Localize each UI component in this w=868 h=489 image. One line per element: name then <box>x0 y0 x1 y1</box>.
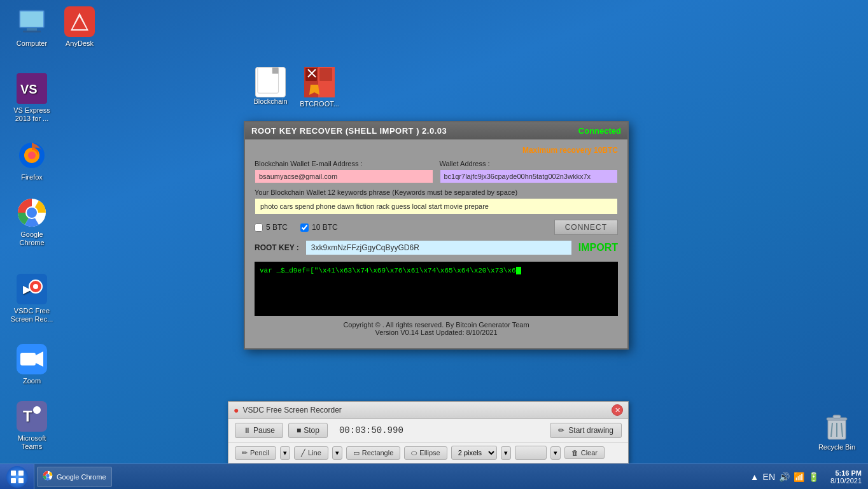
svg-point-24 <box>33 406 41 414</box>
copyright-line1: Copyright © . All rights reserved. By Bi… <box>255 321 618 329</box>
svg-rect-20 <box>20 353 36 365</box>
vsdc-rectangle-icon: ▭ <box>353 449 360 457</box>
vsdc-rectangle-label: Rectangle <box>362 449 394 457</box>
checkbox-5btc-text: 5 BTC <box>266 223 288 232</box>
start-button[interactable] <box>0 464 34 490</box>
taskbar-chrome-label: Google Chrome <box>57 473 106 481</box>
main-app-window: ROOT KEY RECOVER (SHELL IMPORT ) 2.0.03 … <box>244 121 629 350</box>
vsdc-line-dropdown[interactable]: ▾ <box>332 446 342 460</box>
desktop-icon-blockchain[interactable]: Blockchain <box>245 67 296 106</box>
system-clock[interactable]: 5:16 PM 8/10/2021 <box>824 469 868 485</box>
chrome-icon-label: GoogleChrome <box>19 230 44 247</box>
chrome-icon <box>17 197 47 228</box>
connect-button[interactable]: CONNECT <box>554 220 618 235</box>
desktop-icon-chrome[interactable]: GoogleChrome <box>6 197 57 247</box>
desktop-icon-teams[interactable]: T MicrosoftTeams <box>6 401 57 451</box>
checkbox-5btc[interactable] <box>255 223 263 232</box>
email-wallet-row: Blockchain Wallet E-mail Address : Walle… <box>255 160 618 183</box>
tray-arrow-icon[interactable]: ▲ <box>750 472 759 482</box>
vsdc-pencil-dropdown[interactable]: ▾ <box>280 446 290 460</box>
vsdc-timer: 00:03:50.990 <box>333 425 545 436</box>
app-titlebar: ROOT KEY RECOVER (SHELL IMPORT ) 2.0.03 … <box>245 122 627 139</box>
email-group: Blockchain Wallet E-mail Address : <box>255 160 433 183</box>
vsdc-controls: ⏸ Pause ■ Stop 00:03:50.990 ✏ Start draw… <box>228 419 628 443</box>
btcroot-icon-label: BTCROOT... <box>300 100 339 108</box>
svg-point-11 <box>28 152 36 159</box>
checkbox-10btc[interactable] <box>300 223 309 232</box>
vsdc-stop-button[interactable]: ■ Stop <box>288 423 328 438</box>
taskbar: Google Chrome ▲ EN 🔊 📶 🔋 5:16 PM 8/10/20… <box>0 464 868 489</box>
max-recovery-label: Maximum recovery 10BTC <box>255 146 618 155</box>
taskbar-chrome-icon <box>43 471 53 483</box>
desktop-icon-firefox[interactable]: Firefox <box>6 140 57 181</box>
taskbar-items: Google Chrome <box>34 467 745 487</box>
vsdc-clear-label: Clear <box>581 449 598 457</box>
phrase-group: Your Blockchain Wallet 12 keywords phras… <box>255 188 618 215</box>
svg-point-38 <box>6 466 28 488</box>
checkbox-10btc-text: 10 BTC <box>312 223 338 232</box>
vsdc-ellipse-button[interactable]: ⬭ Ellipse <box>404 446 447 460</box>
checkbox-10btc-label[interactable]: 10 BTC <box>300 223 338 232</box>
desktop-icon-vsdc[interactable]: ▶ VSDC FreeScreen Rec... <box>6 274 57 323</box>
svg-point-45 <box>46 474 49 477</box>
root-key-input[interactable] <box>305 240 572 255</box>
phrase-input[interactable] <box>255 198 618 215</box>
svg-point-18 <box>33 284 38 289</box>
vsdc-rectangle-button[interactable]: ▭ Rectangle <box>346 446 401 460</box>
vsdc-pencil-icon: ✏ <box>242 449 248 457</box>
blockchain-icon-label: Blockchain <box>253 97 287 106</box>
app-status: Connected <box>578 126 621 136</box>
desktop-icon-computer[interactable]: Computer <box>6 6 57 48</box>
vsdc-clear-button[interactable]: 🗑 Clear <box>564 446 605 459</box>
vsdc-line-button[interactable]: ╱ Line <box>294 446 328 460</box>
vsdc-pause-button[interactable]: ⏸ Pause <box>235 423 283 438</box>
language-indicator[interactable]: EN <box>763 472 775 482</box>
zoom-icon <box>17 344 47 374</box>
app-body: Maximum recovery 10BTC Blockchain Wallet… <box>245 139 627 348</box>
vsdc-tools: ✏ Pencil ▾ ╱ Line ▾ ▭ Rectangle ⬭ Ellips… <box>228 443 628 463</box>
vsexpress-icon-label: VS Express 2013 for ... <box>13 106 50 123</box>
svg-text:T: T <box>23 408 32 425</box>
vsdc-titlebar: ● VSDC Free Screen Recorder ✕ <box>228 402 628 419</box>
desktop-icon-zoom[interactable]: Zoom <box>6 344 57 385</box>
desktop-icon-vsexpress[interactable]: VS VS Express 2013 for ... <box>6 73 57 123</box>
sound-icon[interactable]: 🔊 <box>779 472 790 482</box>
vsdc-size-select[interactable]: 2 pixels <box>451 446 497 460</box>
vsdc-clear-icon: 🗑 <box>571 449 578 457</box>
vsdc-icon-label: VSDC FreeScreen Rec... <box>11 307 53 323</box>
teams-icon-label: MicrosoftTeams <box>18 434 46 451</box>
recycle-bin-icon[interactable]: Recycle Bin <box>818 410 855 451</box>
email-input[interactable] <box>255 169 433 183</box>
computer-icon <box>17 6 47 37</box>
terminal-text: var _$_d9ef=["\x41\x63\x74\x69\x76\x61\x… <box>260 267 516 274</box>
taskbar-chrome-item[interactable]: Google Chrome <box>37 467 112 487</box>
vsdc-close-button[interactable]: ✕ <box>612 404 623 416</box>
vsdc-size-dropdown[interactable]: ▾ <box>501 446 511 460</box>
terminal-cursor <box>516 267 521 274</box>
battery-icon[interactable]: 🔋 <box>808 472 819 482</box>
wallet-input[interactable] <box>440 169 619 183</box>
svg-rect-34 <box>833 415 841 418</box>
checkbox-5btc-label[interactable]: 5 BTC <box>255 223 288 232</box>
zoom-icon-label: Zoom <box>23 377 41 385</box>
vsdc-record-icon: ● <box>234 405 239 415</box>
desktop-icon-anydesk[interactable]: AnyDesk <box>54 6 105 48</box>
app-title: ROOT KEY RECOVER (SHELL IMPORT ) 2.0.03 <box>251 126 447 136</box>
vsdc-pause-icon: ⏸ <box>243 426 251 435</box>
import-button[interactable]: IMPORT <box>578 242 618 253</box>
network-icon[interactable]: 📶 <box>794 472 804 482</box>
vsdc-title-text: VSDC Free Screen Recorder <box>242 406 341 415</box>
vsdc-start-drawing-button[interactable]: ✏ Start drawing <box>550 423 622 438</box>
clock-date: 8/10/2021 <box>830 477 862 485</box>
vsdc-window: ● VSDC Free Screen Recorder ✕ ⏸ Pause ■ … <box>228 401 629 464</box>
anydesk-icon-label: AnyDesk <box>66 39 94 48</box>
vsdc-color-picker[interactable] <box>515 446 547 460</box>
vsdc-color-dropdown[interactable]: ▾ <box>550 446 561 460</box>
vsexpress-icon: VS <box>17 73 47 104</box>
vsdc-pause-label: Pause <box>253 426 275 435</box>
anydesk-icon <box>64 6 95 37</box>
vsdc-start-drawing-label: Start drawing <box>568 426 613 435</box>
svg-rect-41 <box>11 478 16 483</box>
vsdc-pencil-button[interactable]: ✏ Pencil <box>235 446 276 460</box>
desktop-icon-btcroot[interactable]: BTCROOT... <box>294 67 345 108</box>
